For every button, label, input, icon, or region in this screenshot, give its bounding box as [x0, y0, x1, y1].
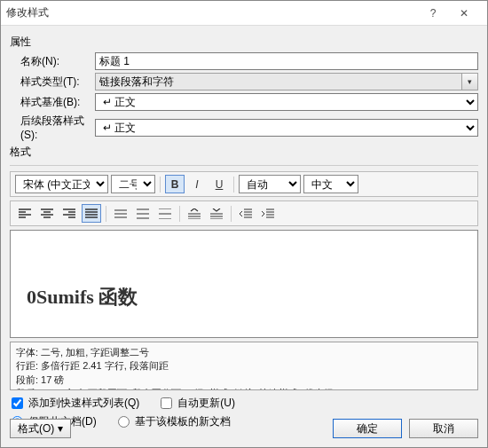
titlebar: 修改样式 ? ✕ [1, 1, 487, 26]
format-section-label: 格式 [10, 145, 478, 160]
space-before-dec-button[interactable] [207, 204, 226, 223]
style-type-dropdown[interactable]: ▾ [462, 73, 478, 90]
name-input[interactable] [95, 52, 478, 70]
line-spacing-1-button[interactable] [111, 204, 130, 223]
name-label: 名称(N): [10, 54, 95, 69]
auto-update-label: 自动更新(U) [177, 396, 235, 411]
font-family-select[interactable]: 宋体 (中文正文) [15, 175, 108, 193]
bold-button[interactable]: B [165, 175, 185, 193]
based-on-label: 样式基准(B): [10, 95, 95, 110]
align-justify-button[interactable] [82, 204, 101, 223]
preview-text: 0Sumifs 函数 [27, 284, 461, 310]
desc-line: 段后: 16.5 磅, 与下段同页, 段中不分页, 1 级, 样式: 链接, 快… [16, 387, 472, 390]
underline-button[interactable]: U [209, 175, 229, 193]
add-to-quicklist-label: 添加到快速样式列表(Q) [28, 396, 139, 411]
cancel-button[interactable]: 取消 [409, 419, 478, 438]
properties-section-label: 属性 [10, 35, 478, 50]
line-spacing-2-button[interactable] [155, 204, 175, 223]
font-color-select[interactable]: 自动 [239, 175, 301, 193]
paragraph-toolbar [10, 200, 478, 226]
desc-line: 字体: 二号, 加粗, 字距调整二号 [16, 346, 472, 359]
close-button[interactable]: ✕ [446, 2, 482, 25]
dialog-title: 修改样式 [6, 5, 420, 20]
align-center-button[interactable] [37, 204, 57, 223]
font-toolbar: 宋体 (中文正文) 二号 B I U 自动 中文 [10, 171, 478, 197]
preview-pane: 0Sumifs 函数 [10, 230, 478, 338]
align-left-button[interactable] [15, 204, 35, 223]
add-to-quicklist-checkbox[interactable] [12, 397, 23, 409]
indent-decrease-button[interactable] [236, 204, 256, 223]
following-label: 后续段落样式(S): [10, 114, 95, 141]
align-right-button[interactable] [59, 204, 79, 223]
following-style-select[interactable]: ↵ 正文 [95, 119, 478, 137]
font-lang-select[interactable]: 中文 [303, 175, 358, 193]
based-on-select[interactable]: ↵ 正文 [95, 93, 478, 111]
help-button[interactable]: ? [420, 2, 446, 25]
desc-line: 段前: 17 磅 [16, 373, 472, 387]
style-description: 字体: 二号, 加粗, 字距调整二号 行距: 多倍行距 2.41 字行, 段落间… [10, 342, 478, 390]
modify-style-dialog: 修改样式 ? ✕ 属性 名称(N): 样式类型(T): 链接段落和字符 ▾ 样式… [0, 0, 488, 448]
ok-button[interactable]: 确定 [333, 419, 402, 438]
auto-update-checkbox[interactable] [161, 397, 172, 409]
format-menu-button[interactable]: 格式(O) ▾ [10, 419, 71, 438]
line-spacing-15-button[interactable] [133, 204, 153, 223]
space-before-inc-button[interactable] [185, 204, 204, 223]
indent-increase-button[interactable] [258, 204, 278, 223]
desc-line: 行距: 多倍行距 2.41 字行, 段落间距 [16, 359, 472, 373]
style-type-label: 样式类型(T): [10, 75, 95, 90]
style-type-display: 链接段落和字符 [95, 73, 462, 90]
font-size-select[interactable]: 二号 [111, 175, 155, 193]
italic-button[interactable]: I [187, 175, 207, 193]
